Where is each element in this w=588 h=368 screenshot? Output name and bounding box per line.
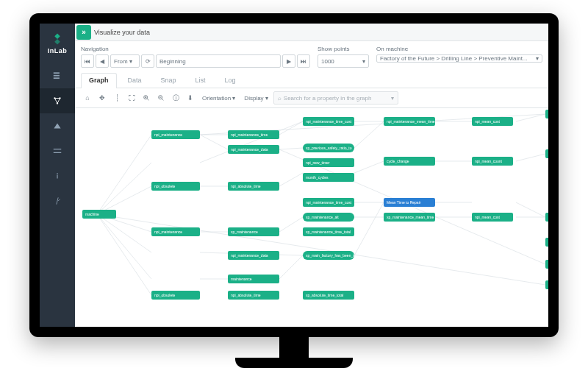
graph-node[interactable]: npi_mean_co (545, 260, 548, 269)
svg-point-6 (57, 173, 58, 174)
topbar: » Visualize your data (75, 24, 548, 41)
graph-node[interactable]: npi_mean_co (545, 280, 548, 289)
nav-position-field[interactable]: Beginning (156, 54, 281, 68)
graph-node-highlighted[interactable]: Mean Time to Repair (384, 198, 435, 207)
graph-node[interactable]: month_cycles (303, 173, 354, 182)
sidebar-toggle[interactable]: » (76, 25, 91, 40)
nav-refresh-button[interactable]: ⟳ (141, 54, 154, 68)
nav-prev-button[interactable]: ◀ (96, 54, 109, 68)
graph-node[interactable]: npi_maintenance_time_cost (303, 198, 354, 207)
chevron-down-icon: ▾ (362, 58, 365, 65)
graph-canvas[interactable]: npi_maintenance npi_maintenance_time npi… (75, 108, 548, 327)
graph-node-root[interactable]: machine (82, 210, 116, 219)
graph-node[interactable]: npi_maintenance (151, 227, 200, 236)
graph-node[interactable]: npi_mean_cost (472, 117, 513, 126)
info-button[interactable]: ⓘ (169, 91, 182, 105)
graph-node[interactable]: xp_maintenance_mean_time (384, 213, 435, 222)
graph-node[interactable]: xp_main_factory_has_been_in (303, 251, 354, 260)
divider-icon: ┊ (110, 91, 123, 105)
graph-node[interactable]: npi_obsolete (151, 182, 200, 191)
graph-node[interactable]: xp_previous_safety_ratio_to (303, 144, 354, 152)
graph-node[interactable]: npi_man (545, 238, 548, 247)
home-button[interactable]: ⌂ (81, 91, 94, 105)
graph-node[interactable]: xp_maintenance (228, 227, 279, 236)
tab-list[interactable]: List (187, 73, 214, 88)
graph-node[interactable]: npi_mean_count (472, 157, 513, 166)
svg-rect-7 (57, 175, 57, 179)
pan-button[interactable]: ✥ (96, 91, 109, 105)
graph-node[interactable]: maintenance (228, 275, 279, 283)
machine-breadcrumb-select[interactable]: Factory of the Future > Drilling Line > … (376, 54, 542, 63)
download-button[interactable]: ⬇ (184, 91, 197, 105)
graph-node[interactable]: npi_maintenance (151, 130, 200, 139)
graph-search-input[interactable]: ⌕ Search for a property in the graph ▾ (273, 91, 398, 105)
graph-node[interactable]: xp_absolute_time_total (303, 291, 354, 300)
svg-rect-1 (54, 75, 60, 77)
fullscreen-button[interactable]: ⛶ (125, 91, 138, 105)
sidebar-item-settings[interactable] (40, 188, 75, 213)
sidebar-item-info[interactable] (40, 163, 75, 188)
graph-node[interactable]: npi_maintenance_mean_time (384, 117, 435, 126)
machine-label: On machine (376, 46, 542, 52)
tab-snap[interactable]: Snap (153, 73, 184, 88)
sidebar-item-data[interactable] (40, 63, 75, 88)
svg-rect-0 (54, 72, 60, 74)
showpoints-label: Show points (318, 46, 369, 52)
sidebar-item-devices[interactable] (40, 113, 75, 138)
showpoints-select[interactable]: 1000▾ (318, 54, 369, 68)
graph-node[interactable]: npi_new_timer (303, 158, 354, 167)
brand-logo: InLab (40, 24, 75, 63)
graph-node[interactable]: npi_man (545, 149, 548, 158)
graph-node[interactable]: xp_maintenance_time_total (303, 227, 354, 236)
search-icon: ⌕ (278, 95, 282, 102)
graph-node[interactable]: npi_maintenance_time (228, 130, 279, 139)
brand-name: InLab (48, 47, 68, 54)
graph-node[interactable]: npi_man (545, 110, 548, 118)
tab-log[interactable]: Log (217, 73, 244, 88)
graph-node[interactable]: npi_absolute_time (228, 291, 279, 300)
graph-node[interactable]: npi_maintenance_time_cost (303, 117, 354, 126)
graph-node[interactable]: xp_maintenance_alt (303, 213, 354, 222)
tab-graph[interactable]: Graph (81, 73, 117, 88)
graph-node[interactable]: npi_mean_co (545, 213, 548, 222)
graph-node[interactable]: npi_obsolete (151, 291, 200, 300)
tab-data[interactable]: Data (120, 73, 150, 88)
nav-from-dropdown[interactable]: From ▾ (110, 54, 140, 68)
nav-first-button[interactable]: ⏮ (81, 54, 94, 68)
orientation-dropdown[interactable]: Orientation ▾ (198, 91, 239, 105)
graph-node[interactable]: npi_maintenance_data (228, 251, 279, 260)
logo-icon (51, 32, 64, 46)
display-dropdown[interactable]: Display ▾ (240, 91, 271, 105)
graph-node[interactable]: cycle_change (384, 157, 435, 166)
sidebar-item-graph[interactable] (40, 88, 75, 113)
page-title: Visualize your data (94, 29, 150, 36)
nav-last-button[interactable]: ⏭ (297, 54, 310, 68)
zoom-out-button[interactable] (154, 91, 168, 105)
svg-rect-2 (54, 77, 60, 79)
graph-node[interactable]: npi_mean_cost (472, 213, 513, 222)
nav-label: Navigation (81, 46, 310, 52)
zoom-in-button[interactable] (140, 91, 153, 105)
chevron-down-icon: ▾ (536, 55, 539, 62)
monitor-stand (235, 337, 353, 368)
nav-next-button[interactable]: ▶ (282, 54, 295, 68)
chevron-down-icon: ▾ (391, 95, 394, 102)
sidebar-item-flow[interactable] (40, 138, 75, 163)
sidebar: InLab (40, 24, 75, 327)
graph-node[interactable]: npi_maintenance_data (228, 145, 279, 154)
graph-node[interactable]: npi_absolute_time (228, 182, 279, 191)
